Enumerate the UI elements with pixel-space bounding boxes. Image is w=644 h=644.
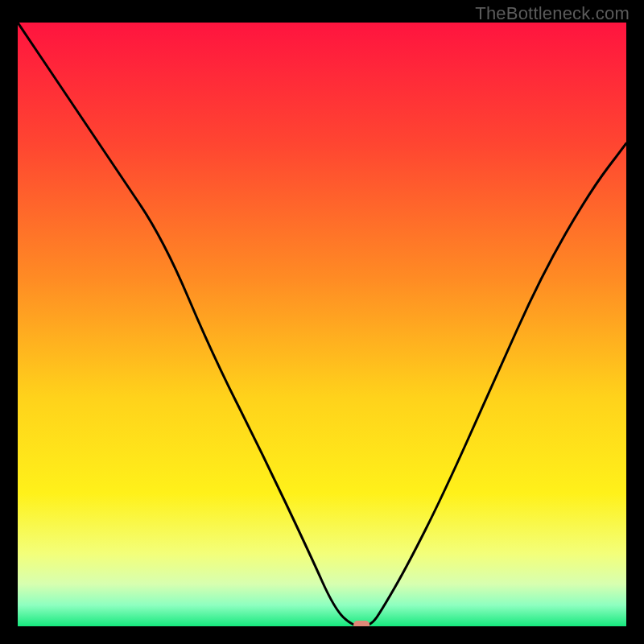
gradient-background — [18, 23, 626, 626]
plot-area — [18, 23, 626, 626]
optimum-marker — [353, 621, 369, 626]
watermark-text: TheBottleneck.com — [475, 3, 630, 24]
bottleneck-chart — [18, 23, 626, 626]
chart-frame: TheBottleneck.com — [0, 0, 644, 644]
